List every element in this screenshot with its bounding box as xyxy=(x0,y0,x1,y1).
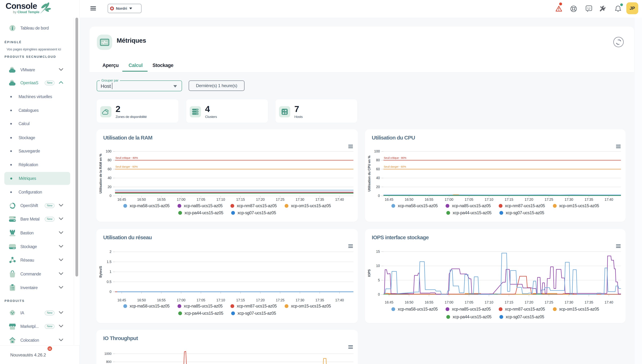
svg-text:16:55: 16:55 xyxy=(425,300,433,304)
svg-text:Seuil critique - 80%: Seuil critique - 80% xyxy=(384,156,406,159)
svg-text:17:25: 17:25 xyxy=(276,198,284,202)
svg-text:17:10: 17:10 xyxy=(485,300,493,304)
svg-text:0: 0 xyxy=(110,194,112,198)
svg-text:17:15: 17:15 xyxy=(505,300,513,304)
svg-text:17:40: 17:40 xyxy=(335,298,344,302)
svg-text:10: 10 xyxy=(376,264,380,268)
svg-text:16:45: 16:45 xyxy=(385,198,393,202)
svg-text:Seuil critique - 80%: Seuil critique - 80% xyxy=(116,156,138,159)
svg-text:Seuil danger - 60%: Seuil danger - 60% xyxy=(116,165,138,168)
svg-text:100: 100 xyxy=(106,149,112,153)
svg-text:0.5: 0.5 xyxy=(106,280,112,284)
svg-text:1000: 1000 xyxy=(104,352,112,356)
svg-text:17:20: 17:20 xyxy=(256,198,265,202)
svg-text:16:45: 16:45 xyxy=(118,198,126,202)
svg-text:20: 20 xyxy=(108,185,112,189)
svg-text:17:10: 17:10 xyxy=(216,298,225,302)
svg-text:16:45: 16:45 xyxy=(118,298,126,302)
svg-text:16:55: 16:55 xyxy=(157,198,166,202)
svg-text:2: 2 xyxy=(110,250,112,254)
svg-text:17:30: 17:30 xyxy=(564,198,573,202)
svg-text:60: 60 xyxy=(376,167,380,171)
svg-text:17:15: 17:15 xyxy=(236,298,245,302)
svg-text:17:25: 17:25 xyxy=(544,198,553,202)
svg-text:Seuil danger - 60%: Seuil danger - 60% xyxy=(384,165,406,168)
svg-text:17:40: 17:40 xyxy=(604,198,613,202)
svg-text:IOPS: IOPS xyxy=(368,269,371,277)
svg-text:16:50: 16:50 xyxy=(137,198,146,202)
svg-text:16:55: 16:55 xyxy=(425,198,433,202)
svg-text:Utilisation de la RAM en %: Utilisation de la RAM en % xyxy=(99,154,102,193)
svg-text:16:50: 16:50 xyxy=(405,198,413,202)
svg-text:0: 0 xyxy=(378,292,380,296)
svg-text:60: 60 xyxy=(108,167,112,171)
svg-text:17:30: 17:30 xyxy=(564,300,573,304)
svg-text:17:35: 17:35 xyxy=(584,198,593,202)
svg-text:17:05: 17:05 xyxy=(465,300,473,304)
svg-text:1.5: 1.5 xyxy=(106,260,112,264)
svg-text:40: 40 xyxy=(108,176,112,180)
svg-text:17:40: 17:40 xyxy=(604,300,613,304)
svg-text:17:05: 17:05 xyxy=(196,198,205,202)
svg-text:17:30: 17:30 xyxy=(296,298,304,302)
svg-text:17:00: 17:00 xyxy=(177,298,186,302)
svg-text:17:00: 17:00 xyxy=(445,198,453,202)
svg-text:20: 20 xyxy=(376,185,380,189)
svg-text:17:20: 17:20 xyxy=(524,300,533,304)
svg-text:1: 1 xyxy=(110,270,112,274)
svg-text:17:25: 17:25 xyxy=(276,298,284,302)
svg-text:Utilisation du CPU en %: Utilisation du CPU en % xyxy=(368,156,371,192)
svg-text:16:55: 16:55 xyxy=(157,298,166,302)
svg-text:16:50: 16:50 xyxy=(405,300,413,304)
svg-text:5: 5 xyxy=(378,278,380,282)
svg-text:80: 80 xyxy=(376,158,380,162)
svg-text:17:35: 17:35 xyxy=(316,198,324,202)
svg-text:17:05: 17:05 xyxy=(465,198,473,202)
svg-text:17:00: 17:00 xyxy=(445,300,453,304)
svg-text:15: 15 xyxy=(376,250,380,254)
svg-text:17:00: 17:00 xyxy=(177,198,186,202)
svg-text:16:50: 16:50 xyxy=(137,298,146,302)
svg-text:17:15: 17:15 xyxy=(505,198,513,202)
svg-text:17:20: 17:20 xyxy=(256,298,265,302)
svg-text:0: 0 xyxy=(110,290,112,294)
svg-text:17:35: 17:35 xyxy=(316,298,324,302)
svg-text:17:30: 17:30 xyxy=(296,198,304,202)
svg-text:17:20: 17:20 xyxy=(524,198,533,202)
svg-text:17:35: 17:35 xyxy=(584,300,593,304)
svg-text:17:10: 17:10 xyxy=(216,198,225,202)
svg-text:17:15: 17:15 xyxy=(236,198,245,202)
svg-text:0: 0 xyxy=(378,194,380,198)
svg-text:16:45: 16:45 xyxy=(385,300,393,304)
svg-text:40: 40 xyxy=(376,176,380,180)
svg-text:17:25: 17:25 xyxy=(544,300,553,304)
svg-text:17:40: 17:40 xyxy=(335,198,344,202)
svg-text:800: 800 xyxy=(106,360,112,364)
svg-text:80: 80 xyxy=(108,158,112,162)
svg-text:Bytes/S: Bytes/S xyxy=(99,266,102,278)
svg-text:17:10: 17:10 xyxy=(485,198,493,202)
svg-text:17:05: 17:05 xyxy=(196,298,205,302)
svg-text:100: 100 xyxy=(374,149,380,153)
